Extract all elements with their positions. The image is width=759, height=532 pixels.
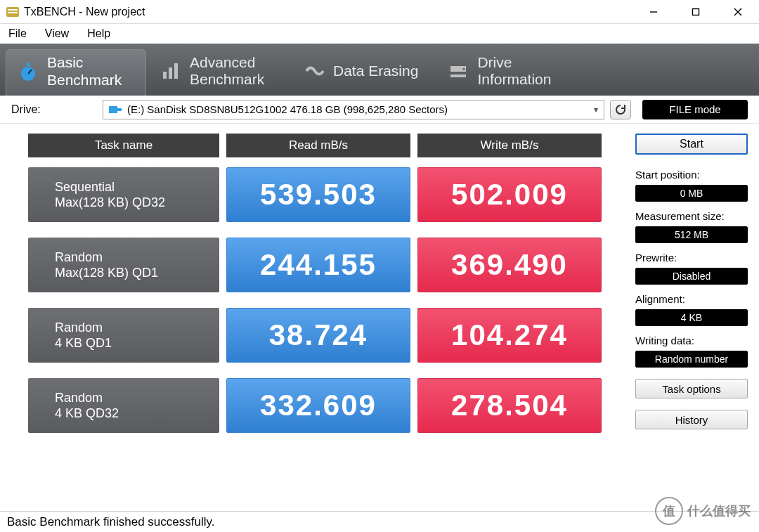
read-value: 539.503 xyxy=(226,167,410,222)
menu-view[interactable]: View xyxy=(42,26,72,41)
file-mode-button[interactable]: FILE mode xyxy=(642,100,748,119)
tab-basic-benchmark[interactable]: Basic Benchmark xyxy=(6,49,146,96)
svg-rect-2 xyxy=(8,12,18,13)
task-options-button[interactable]: Task options xyxy=(635,379,748,398)
tab-label: Benchmark xyxy=(190,71,264,88)
task-name-cell: Sequential Max(128 KB) QD32 xyxy=(28,167,219,222)
drive-select-value: (E:) SanDisk SD8SN8U512G1002 476.18 GB (… xyxy=(127,103,448,115)
svg-rect-4 xyxy=(693,8,699,15)
task-name-cell: Random 4 KB QD32 xyxy=(28,378,219,433)
drive-row: Drive: (E:) SanDisk SD8SN8U512G1002 476.… xyxy=(0,96,759,124)
svg-rect-14 xyxy=(450,74,466,77)
task-line: Max(128 KB) QD32 xyxy=(55,195,219,211)
watermark: 值 什么值得买 xyxy=(655,497,751,525)
task-line: Random xyxy=(55,320,219,336)
writing-data-label: Writing data: xyxy=(635,335,748,346)
task-line: 4 KB QD1 xyxy=(55,335,219,351)
svg-rect-1 xyxy=(8,9,18,11)
refresh-button[interactable] xyxy=(610,100,631,119)
prewrite-label: Prewrite: xyxy=(635,252,748,264)
window-title: TxBENCH - New project xyxy=(24,6,632,18)
write-value: 369.490 xyxy=(417,238,602,292)
menubar: File View Help xyxy=(0,24,759,44)
task-line: Max(128 KB) QD1 xyxy=(55,265,219,281)
writing-data-value[interactable]: Random number xyxy=(635,351,748,368)
refresh-icon xyxy=(615,104,626,115)
history-button[interactable]: History xyxy=(635,410,748,429)
drive-icon xyxy=(448,60,469,82)
tab-label: Information xyxy=(477,71,551,88)
minimize-button[interactable] xyxy=(632,0,675,23)
col-header-write: Write mB/s xyxy=(417,134,602,157)
write-value: 278.504 xyxy=(417,378,602,433)
titlebar: TxBENCH - New project xyxy=(0,0,759,24)
measurement-size-value[interactable]: 512 MB xyxy=(635,226,748,243)
status-text: Basic Benchmark finished successfully. xyxy=(7,515,214,529)
results-panel: Task name Read mB/s Write mB/s Sequentia… xyxy=(0,124,632,511)
read-value: 332.609 xyxy=(226,378,410,433)
status-bar: Basic Benchmark finished successfully. xyxy=(0,511,759,532)
tab-label: Drive xyxy=(477,54,551,71)
result-row: Random 4 KB QD1 38.724 104.274 xyxy=(28,308,623,363)
write-value: 502.009 xyxy=(417,167,602,222)
watermark-text: 什么值得买 xyxy=(687,502,751,519)
close-button[interactable] xyxy=(717,0,759,23)
tab-advanced-benchmark[interactable]: Advanced Benchmark xyxy=(149,49,290,96)
menu-file[interactable]: File xyxy=(6,26,30,41)
alignment-label: Alignment: xyxy=(635,293,748,305)
start-button[interactable]: Start xyxy=(635,134,748,155)
start-position-value[interactable]: 0 MB xyxy=(635,185,748,202)
svg-point-15 xyxy=(463,68,465,70)
menu-help[interactable]: Help xyxy=(84,26,113,41)
watermark-badge: 值 xyxy=(655,497,683,525)
stopwatch-icon xyxy=(18,61,39,82)
read-value: 38.724 xyxy=(226,308,410,363)
prewrite-value[interactable]: Disabled xyxy=(635,268,748,285)
read-value: 244.155 xyxy=(226,238,410,292)
measurement-size-label: Measurement size: xyxy=(635,210,748,222)
task-line: 4 KB QD32 xyxy=(55,406,219,422)
bars-icon xyxy=(160,60,181,82)
tabstrip: Basic Benchmark Advanced Benchmark Data … xyxy=(0,44,759,96)
result-row: Random 4 KB QD32 332.609 278.504 xyxy=(28,378,623,433)
svg-rect-10 xyxy=(163,72,167,79)
start-position-label: Start position: xyxy=(635,169,748,181)
main-panel: Task name Read mB/s Write mB/s Sequentia… xyxy=(0,124,759,511)
svg-rect-11 xyxy=(169,67,172,79)
col-header-task: Task name xyxy=(28,134,219,157)
svg-rect-8 xyxy=(27,63,30,66)
drive-select[interactable]: (E:) SanDisk SD8SN8U512G1002 476.18 GB (… xyxy=(103,100,604,119)
task-name-cell: Random 4 KB QD1 xyxy=(28,308,219,363)
side-panel: Start Start position: 0 MB Measurement s… xyxy=(632,124,759,511)
maximize-button[interactable] xyxy=(675,0,717,23)
col-header-read: Read mB/s xyxy=(226,134,410,157)
task-line: Random xyxy=(55,390,219,406)
tab-data-erasing[interactable]: Data Erasing xyxy=(292,49,434,96)
task-name-cell: Random Max(128 KB) QD1 xyxy=(28,238,219,292)
result-row: Sequential Max(128 KB) QD32 539.503 502.… xyxy=(28,167,623,222)
write-value: 104.274 xyxy=(417,308,602,363)
task-line: Random xyxy=(55,249,219,266)
erase-icon xyxy=(304,60,325,82)
svg-rect-16 xyxy=(109,106,117,113)
tab-label: Basic xyxy=(47,54,122,71)
tab-label: Benchmark xyxy=(47,72,122,89)
tab-drive-information[interactable]: Drive Information xyxy=(436,49,577,96)
task-line: Sequential xyxy=(55,179,219,195)
tab-label: Advanced xyxy=(190,54,264,71)
tab-label: Data Erasing xyxy=(333,63,418,79)
alignment-value[interactable]: 4 KB xyxy=(635,309,748,326)
drive-device-icon xyxy=(109,105,122,115)
svg-rect-12 xyxy=(174,63,178,79)
drive-label: Drive: xyxy=(11,103,103,116)
svg-rect-17 xyxy=(117,108,122,111)
app-icon xyxy=(6,5,20,19)
result-row: Random Max(128 KB) QD1 244.155 369.490 xyxy=(28,238,623,292)
chevron-down-icon: ▾ xyxy=(594,105,598,115)
